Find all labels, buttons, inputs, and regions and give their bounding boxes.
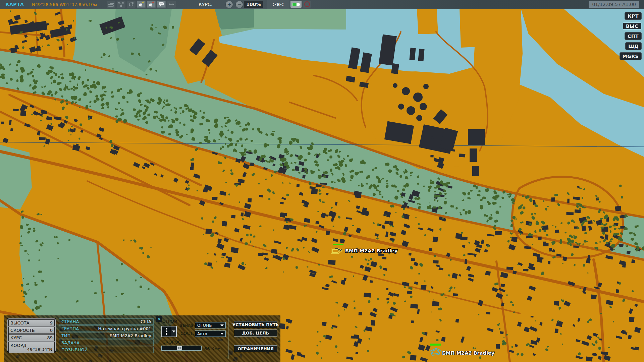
coord-value: 49°38'34"N — [27, 347, 52, 352]
course-row-label: КУРС — [10, 335, 22, 340]
battery-icon — [292, 3, 300, 6]
state-value: Авто — [197, 331, 207, 336]
speed-value: 0 — [50, 328, 53, 333]
tank-icon[interactable] — [107, 1, 115, 8]
map-button-krt[interactable]: КРТ — [625, 12, 642, 20]
chat-icon[interactable] — [157, 1, 166, 8]
group-control-panel: > СТРОЙ авила ОГОНЬ СОСТ. Авто СКОРОС 66… — [156, 315, 280, 362]
map-layer-buttons: КРТ ВЫС СПТ ШД MGRS — [620, 12, 642, 60]
unit-health-bar — [333, 244, 343, 245]
chevron-down-icon — [220, 333, 224, 335]
roe-value: ОГОНЬ — [197, 323, 212, 328]
map-button-vys[interactable]: ВЫС — [623, 22, 642, 30]
telemetry-row: ВЫСОТА 9 — [8, 319, 55, 326]
map-button-spt[interactable]: СПТ — [625, 32, 642, 40]
center-on-me-button[interactable]: >Я< — [267, 0, 289, 9]
map-button-mgrs[interactable]: MGRS — [620, 52, 642, 60]
zoom-out-button[interactable]: − — [235, 1, 243, 8]
country-row: СТРАНА США — [59, 318, 154, 325]
chevron-down-icon — [171, 326, 176, 337]
formation-label: СТРОЙ — [162, 319, 177, 324]
zoom-in-button[interactable]: + — [225, 1, 233, 8]
task-row: ЗАДАЧА — [59, 340, 154, 346]
satellite-red-icon[interactable] — [147, 1, 156, 8]
satellite-yellow-icon[interactable] — [137, 1, 146, 8]
coord-label: КООРД — [10, 343, 26, 348]
map-mode-label[interactable]: КАРТА — [5, 0, 24, 9]
zoom-level: 100% — [244, 1, 263, 8]
unit-health-bar — [430, 344, 441, 346]
column-formation-icon — [162, 326, 171, 337]
speed-slider-label: СКОРОС — [162, 340, 181, 345]
unit-label: БМП M2A2 Bradley — [345, 248, 398, 253]
roe-dropdown[interactable]: ОГОНЬ — [195, 322, 226, 328]
callsign-row: ПОЗЫВНОЙ — [59, 347, 154, 353]
unit-info-rows: СТРАНА США ГРУППА Наземная группа #001 Т… — [59, 318, 154, 354]
telemetry-row: СКОРОСТЬ 0 — [8, 327, 55, 334]
coord-row: КООРД 49°38'34"N — [8, 342, 55, 353]
group-row: ГРУППА Наземная группа #001 — [59, 325, 154, 332]
state-label: СОСТ. — [180, 331, 194, 336]
restrictions-button[interactable]: ОГРАНИЧЕНИЯ — [234, 345, 277, 352]
app-window: БМП M2A2 BradleyБМП M2A2 Bradley КАРТА N… — [0, 0, 644, 362]
slider-thumb[interactable] — [177, 346, 182, 350]
roe-label: авила — [180, 323, 193, 328]
type-row: ТИП БМП M2A2 Bradley — [59, 333, 154, 339]
map-canvas[interactable]: БМП M2A2 BradleyБМП M2A2 Bradley — [0, 0, 644, 362]
course-label: КУРС: — [199, 0, 212, 9]
panel-divider — [228, 318, 229, 359]
unit-status-panel: ВЫСОТА 9 СКОРОСТЬ 0 КУРС 89 КООРД 49°38'… — [4, 315, 156, 362]
collapse-panel-button[interactable]: > — [156, 316, 162, 322]
course-row-value: 89 — [47, 335, 53, 340]
speed-label: СКОРОСТЬ — [10, 328, 35, 333]
altitude-label: ВЫСОТА — [10, 320, 30, 325]
battery-indicator[interactable] — [290, 1, 302, 8]
unit-label: БМП M2A2 Bradley — [442, 350, 495, 356]
altitude-value: 9 — [50, 320, 53, 325]
telemetry-box: ВЫСОТА 9 СКОРОСТЬ 0 КУРС 89 КООРД 49°38'… — [7, 318, 56, 353]
map-button-shd[interactable]: ШД — [625, 42, 642, 50]
cursor-coordinates: N49°38.566 W01°37.850,10м — [32, 0, 97, 9]
resize-icon[interactable] — [167, 1, 176, 8]
target-icon[interactable] — [127, 1, 136, 8]
top-toolbar: КАРТА N49°38.566 W01°37.850,10м — [0, 0, 644, 9]
route-icon[interactable] — [117, 1, 125, 8]
state-dropdown[interactable]: Авто — [195, 330, 226, 337]
set-path-button[interactable]: УСТАНОВИТЬ ПУТЬ — [234, 321, 277, 328]
record-button[interactable] — [303, 1, 311, 8]
mission-clock: 01/12:09:57 A1.00 — [589, 1, 639, 8]
add-target-button[interactable]: ДОБ. ЦЕЛЬ — [234, 329, 277, 337]
record-icon — [304, 1, 310, 7]
speed-slider[interactable] — [161, 346, 202, 351]
chevron-down-icon — [220, 324, 224, 326]
formation-dropdown[interactable] — [161, 326, 177, 337]
telemetry-row: КУРС 89 — [8, 334, 55, 341]
speed-readout: 66 Км/ч — [204, 346, 222, 351]
